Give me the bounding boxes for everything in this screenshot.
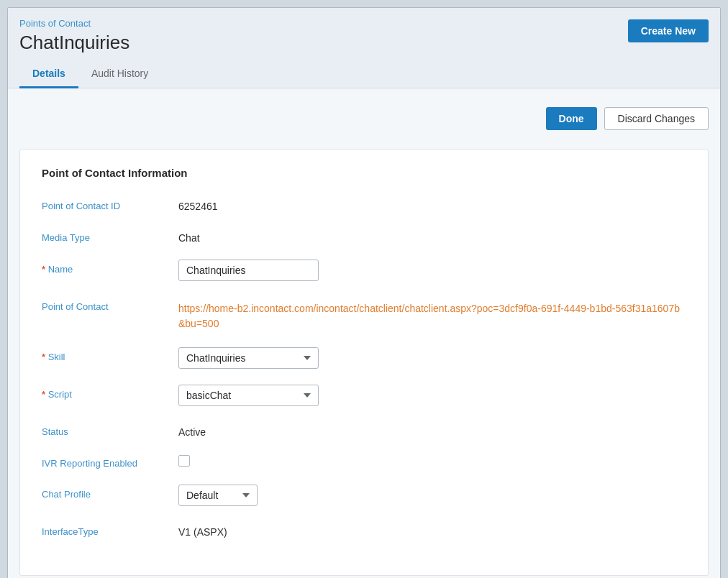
field-row-ivr: IVR Reporting Enabled xyxy=(42,454,686,469)
label-skill: Skill xyxy=(42,347,178,362)
breadcrumb[interactable]: Points of Contact xyxy=(19,18,709,29)
tab-bar: Details Audit History xyxy=(19,61,709,88)
tab-details[interactable]: Details xyxy=(19,62,78,88)
value-media-type: Chat xyxy=(178,228,686,244)
name-input[interactable] xyxy=(178,260,319,281)
skill-select[interactable]: ChatInquiries xyxy=(178,347,319,369)
field-row-skill: Skill ChatInquiries xyxy=(42,347,686,369)
done-button[interactable]: Done xyxy=(546,107,597,130)
discard-changes-button[interactable]: Discard Changes xyxy=(604,107,709,130)
page-title: ChatInquiries xyxy=(19,32,709,54)
value-interface-type: V1 (ASPX) xyxy=(178,522,686,538)
label-name: Name xyxy=(42,260,178,275)
ivr-checkbox[interactable] xyxy=(178,455,190,467)
header: Points of Contact ChatInquiries Create N… xyxy=(8,8,720,88)
create-new-button[interactable]: Create New xyxy=(628,19,709,42)
field-row-name: Name xyxy=(42,260,686,281)
value-poc-id: 6252461 xyxy=(178,196,686,212)
card-title: Point of Contact Information xyxy=(42,167,686,179)
label-ivr: IVR Reporting Enabled xyxy=(42,454,178,469)
label-script: Script xyxy=(42,385,178,400)
label-interface-type: InterfaceType xyxy=(42,522,178,537)
label-point-of-contact: Point of Contact xyxy=(42,297,178,312)
script-select[interactable]: basicChat xyxy=(178,385,319,406)
toolbar: Done Discard Changes xyxy=(19,100,709,137)
field-row-status: Status Active xyxy=(42,422,686,438)
field-row-script: Script basicChat xyxy=(42,385,686,406)
tab-audit-history[interactable]: Audit History xyxy=(78,62,161,88)
label-status: Status xyxy=(42,422,178,437)
field-row-poc-id: Point of Contact ID 6252461 xyxy=(42,196,686,212)
field-row-point-of-contact: Point of Contact https://home-b2.inconta… xyxy=(42,297,686,331)
main-window: Points of Contact ChatInquiries Create N… xyxy=(7,7,721,578)
field-row-interface-type: InterfaceType V1 (ASPX) xyxy=(42,522,686,538)
chat-profile-select[interactable]: Default xyxy=(178,485,258,506)
info-card: Point of Contact Information Point of Co… xyxy=(19,149,709,576)
label-media-type: Media Type xyxy=(42,228,178,243)
label-poc-id: Point of Contact ID xyxy=(42,196,178,211)
value-status: Active xyxy=(178,422,686,438)
label-chat-profile: Chat Profile xyxy=(42,485,178,500)
value-point-of-contact[interactable]: https://home-b2.incontact.com/incontact/… xyxy=(178,297,686,331)
field-row-media-type: Media Type Chat xyxy=(42,228,686,244)
field-row-chat-profile: Chat Profile Default xyxy=(42,485,686,506)
content-area: Done Discard Changes Point of Contact In… xyxy=(8,88,720,578)
